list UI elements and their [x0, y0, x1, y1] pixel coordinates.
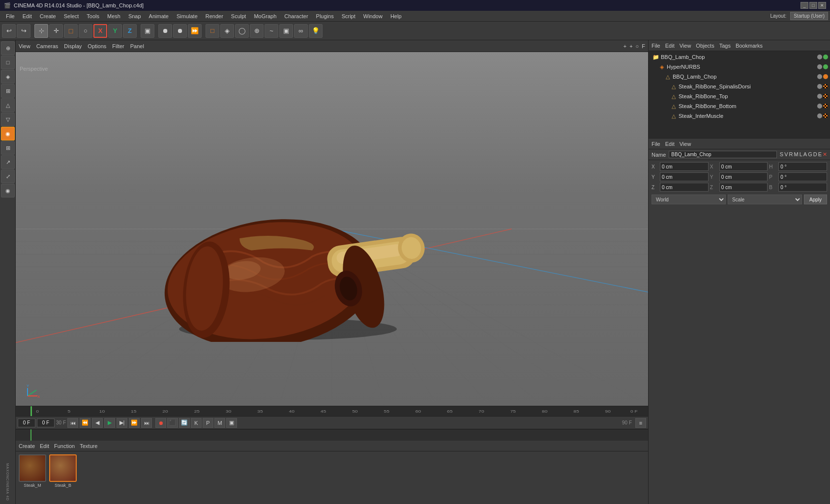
record-button[interactable]: ⏺ — [158, 24, 172, 38]
snap-settings-button[interactable]: ⤢ — [1, 169, 15, 183]
material-menu-function[interactable]: Function — [54, 443, 75, 449]
jump-end-button[interactable]: ⏭ — [141, 418, 152, 428]
menu-animate[interactable]: Animate — [145, 12, 173, 20]
space-dropdown[interactable]: World Object Parent — [652, 195, 726, 204]
obj-menu-file[interactable]: File — [652, 43, 660, 49]
texture-mode-button[interactable]: □ — [1, 56, 15, 69]
menu-render[interactable]: Render — [202, 12, 227, 20]
menu-select[interactable]: Select — [60, 12, 83, 20]
layout-selector[interactable]: Startup (User) — [790, 12, 828, 20]
point-mode-button[interactable]: ⊞ — [1, 84, 15, 98]
viewport-btn-plus1[interactable]: + — [623, 43, 626, 49]
menu-script[interactable]: Script — [338, 12, 359, 20]
filter-button[interactable]: ◉ — [1, 184, 15, 197]
record-button[interactable]: ⏺ — [155, 418, 166, 428]
object-name-value[interactable]: BBQ_Lamb_Chop — [669, 151, 777, 158]
pos-button[interactable]: P — [203, 418, 213, 428]
material-menu-create[interactable]: Create — [19, 443, 35, 449]
obj-row-spinalis[interactable]: △ Steak_RibBone_SpinalisDorsi — [650, 82, 829, 91]
next-frame-button[interactable]: ▶| — [117, 418, 127, 428]
motion-button[interactable]: M — [214, 418, 225, 428]
next-key-button[interactable]: ⏩ — [129, 418, 140, 428]
viewport-menu-display[interactable]: Display — [64, 43, 82, 49]
obj-menu-bookmarks[interactable]: Bookmarks — [736, 43, 763, 49]
attr-icon-r[interactable]: R — [789, 151, 793, 158]
maximize-button[interactable]: □ — [809, 2, 817, 9]
coord-x-pos-input[interactable] — [660, 162, 709, 171]
window-controls[interactable]: _ □ ✕ — [800, 2, 826, 9]
obj-row-ribbottom[interactable]: △ Steak_RibBone_Bottom — [650, 101, 829, 111]
key-mode-button[interactable]: K — [191, 418, 202, 428]
select-tool-button[interactable]: ⊹ — [34, 24, 48, 38]
timeline-options-button[interactable]: ≡ — [635, 418, 646, 428]
stop-button[interactable]: ⬛ — [167, 418, 178, 428]
menu-create[interactable]: Create — [36, 12, 60, 20]
attr-icon-e[interactable]: E — [818, 151, 822, 158]
menu-sculpt[interactable]: Sculpt — [227, 12, 250, 20]
menu-character[interactable]: Character — [280, 12, 312, 20]
attr-icon-a[interactable]: A — [803, 151, 807, 158]
prev-key-button[interactable]: ⏪ — [80, 418, 90, 428]
cube-tool-button[interactable]: □ — [206, 24, 219, 38]
stereo-tool-button[interactable]: ∞ — [294, 24, 308, 38]
axis-y-button[interactable]: Y — [108, 24, 122, 38]
edge-mode-button[interactable]: △ — [1, 98, 15, 112]
polygon-mode-button[interactable]: ▽ — [1, 112, 15, 126]
obj-row-hypernurbs[interactable]: ◈ HyperNURBS — [650, 62, 829, 72]
rotate-tool-button[interactable]: ○ — [79, 24, 92, 38]
viewport-menu-options[interactable]: Options — [88, 43, 106, 49]
obj-row-bbq-sub[interactable]: △ BBQ_Lamb_Chop — [650, 72, 829, 82]
obj-row-ribtop[interactable]: △ Steak_RibBone_Top — [650, 91, 829, 101]
timeline-mode-button[interactable]: ▣ — [226, 418, 237, 428]
obj-row-bbq-root[interactable]: 📁 BBQ_Lamb_Chop — [650, 52, 829, 62]
menu-mesh[interactable]: Mesh — [103, 12, 124, 20]
coord-y-rot-input[interactable] — [719, 172, 768, 181]
attr-icon-x[interactable]: ✕ — [823, 151, 827, 158]
attr-icon-m[interactable]: M — [794, 151, 799, 158]
uv-mode-button[interactable]: ◈ — [1, 70, 15, 84]
obj-menu-edit[interactable]: Edit — [665, 43, 675, 49]
jump-start-button[interactable]: ⏮ — [67, 418, 78, 428]
tweak-mode-button[interactable]: ◉ — [1, 127, 15, 140]
apply-button[interactable]: Apply — [804, 195, 827, 204]
paint-mode-button[interactable]: ⊞ — [1, 141, 15, 155]
light-tool-button[interactable]: 💡 — [309, 24, 323, 38]
cylinder-tool-button[interactable]: ◯ — [235, 24, 249, 38]
redo-button[interactable]: ↪ — [17, 24, 30, 38]
obj-menu-tags[interactable]: Tags — [719, 43, 731, 49]
attr-menu-view[interactable]: View — [680, 141, 691, 147]
undo-button[interactable]: ↩ — [2, 24, 16, 38]
model-mode-button[interactable]: ⊕ — [1, 41, 15, 55]
menu-plugins[interactable]: Plugins — [312, 12, 338, 20]
record-active-button[interactable]: ⏺ — [173, 24, 187, 38]
coord-y-pos-input[interactable] — [660, 172, 709, 181]
menu-edit[interactable]: Edit — [19, 12, 36, 20]
menu-tools[interactable]: Tools — [83, 12, 103, 20]
attr-icon-s[interactable]: S — [780, 151, 783, 158]
attr-icon-v[interactable]: V — [784, 151, 788, 158]
play-button[interactable]: ▶ — [104, 418, 115, 428]
viewport-menu-view[interactable]: View — [19, 43, 30, 49]
attr-menu-edit[interactable]: Edit — [665, 141, 675, 147]
material-steak-m[interactable]: Steak_M — [19, 454, 46, 488]
menu-snap[interactable]: Snap — [124, 12, 145, 20]
coord-z-pos-input[interactable] — [660, 183, 709, 192]
viewport-menu-cameras[interactable]: Cameras — [36, 43, 59, 49]
frame-display-input[interactable] — [37, 419, 55, 427]
obj-menu-objects[interactable]: Objects — [696, 43, 714, 49]
close-button[interactable]: ✕ — [818, 2, 826, 9]
transform-dropdown[interactable]: Scale Move Rotate — [728, 195, 802, 204]
viewport-btn-circle[interactable]: ○ — [636, 43, 639, 49]
menu-simulate[interactable]: Simulate — [173, 12, 202, 20]
scale-tool-button[interactable]: □ — [64, 24, 78, 38]
soft-selection-button[interactable]: ↗ — [1, 155, 15, 169]
axis-x-button[interactable]: X — [93, 24, 107, 38]
axis-z-button[interactable]: Z — [123, 24, 137, 38]
material-menu-edit[interactable]: Edit — [40, 443, 49, 449]
obj-row-intermuscle[interactable]: △ Steak_InterMuscle — [650, 111, 829, 121]
material-steak-b[interactable]: Steak_B — [49, 454, 77, 488]
timeline-track[interactable] — [16, 429, 648, 441]
play-reverse-button[interactable]: ◀ — [92, 418, 103, 428]
viewport-menu-filter[interactable]: Filter — [112, 43, 124, 49]
viewport-btn-f[interactable]: F — [642, 43, 645, 49]
